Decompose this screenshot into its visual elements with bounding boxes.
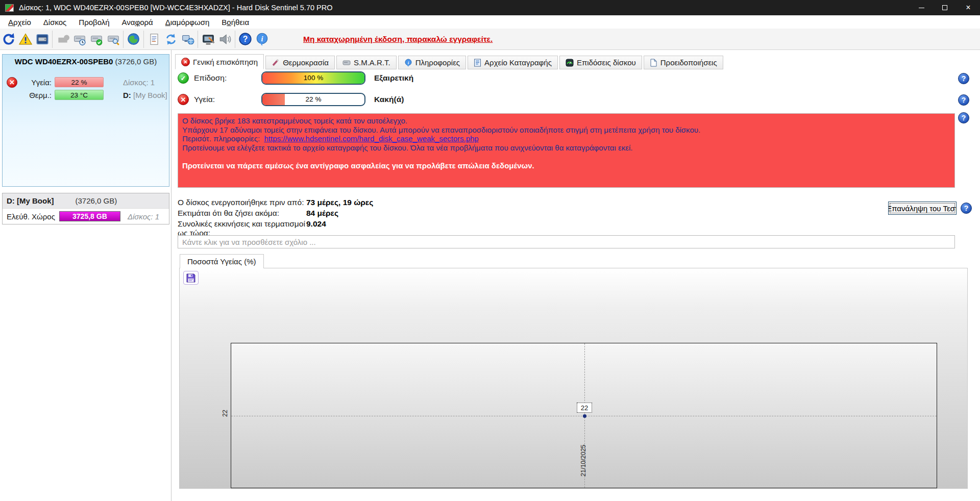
hard-disk-sentinel-window: Δίσκος: 1, WDC WD40EZRX-00SPEB0 [WD-WCC4… xyxy=(0,0,980,501)
tab-alerts[interactable]: Προειδοποιήσεις xyxy=(644,56,723,69)
disk-clock-icon[interactable] xyxy=(71,31,88,48)
error-icon: ✕ xyxy=(181,58,190,66)
disk-search-icon[interactable] xyxy=(105,31,121,48)
tab-temperature[interactable]: Θερμοκρασία xyxy=(265,56,335,69)
sound-icon[interactable] xyxy=(216,31,233,48)
comment-input[interactable] xyxy=(178,235,955,248)
health-label: Υγεία: xyxy=(194,95,261,104)
registration-notice-link[interactable]: Μη καταχωρημένη έκδοση, παρακαλώ εγγραφε… xyxy=(303,35,493,44)
performance-status: Εξαιρετική xyxy=(374,73,413,83)
help-icon[interactable]: ? xyxy=(958,112,969,123)
warning-backup-advice: Προτείνεται να πάρετε αμέσως ένα αντίγρα… xyxy=(182,161,950,170)
help-icon[interactable]: ? xyxy=(958,73,969,84)
disk-check-icon[interactable] xyxy=(88,31,105,48)
partition-disk-number: Δίσκος: 1 xyxy=(128,212,159,221)
svg-text:?: ? xyxy=(243,35,248,43)
ok-icon: ✓ xyxy=(178,72,189,84)
free-space-bar: 3725,8 GB xyxy=(59,211,120,221)
save-icon[interactable] xyxy=(183,271,199,285)
tab-overview[interactable]: ✕ Γενική επισκόπηση xyxy=(175,54,264,69)
menu-configuration[interactable]: Διαμόρφωση xyxy=(159,16,216,28)
alert-page-icon xyxy=(650,59,657,67)
retest-button[interactable]: Επανάληψη του Τεστ xyxy=(888,202,957,215)
toolbar-separator xyxy=(235,31,235,48)
disk-panel-header: WDC WD40EZRX-00SPEB0 (3726,0 GB) xyxy=(3,55,169,66)
app-logo-icon xyxy=(5,4,14,12)
detect-disabled-icon xyxy=(54,31,71,48)
main-area: ✕ Γενική επισκόπηση Θερμοκρασία S.M.A.R.… xyxy=(172,50,980,501)
menu-report[interactable]: Αναφορά xyxy=(116,16,159,28)
stat-lifetime-remaining: Εκτιμάται ότι θα ζήσει ακόμα: 84 μέρες xyxy=(178,209,338,218)
help-icon[interactable]: ? xyxy=(961,203,972,214)
tab-smart[interactable]: S.M.A.R.T. xyxy=(336,56,397,69)
stat-powered-on: Ο δίσκος ενεργοποιήθηκε πριν από: 73 μέρ… xyxy=(178,198,373,207)
free-space-label: Ελεύθ. Χώρος xyxy=(7,212,55,221)
help-icon[interactable]: ? xyxy=(237,31,254,48)
remote-monitor-icon[interactable] xyxy=(200,31,216,48)
chart-x-tick-label: 21/10/2025 xyxy=(580,441,587,477)
partition-name: D: [My Book] xyxy=(7,196,54,205)
sidebar-partition-panel[interactable]: D: [My Book] (3726,0 GB) Ελεύθ. Χώρος 37… xyxy=(2,193,169,224)
disk-display-icon[interactable] xyxy=(34,31,51,48)
tab-disk-performance[interactable]: Επιδόσεις δίσκου xyxy=(559,56,642,69)
world-disk-icon[interactable] xyxy=(125,31,142,48)
tab-bar: ✕ Γενική επισκόπηση Θερμοκρασία S.M.A.R.… xyxy=(175,54,725,69)
close-icon[interactable]: × xyxy=(957,0,980,15)
health-row: ✕ Υγεία: 22 % Κακή(ά) xyxy=(178,93,404,106)
window-title: Δίσκος: 1, WDC WD40EZRX-00SPEB0 [WD-WCC4… xyxy=(19,4,332,12)
toolbar-separator xyxy=(52,31,53,48)
weak-sectors-link[interactable]: https://www.hdsentinel.com/hard_disk_cas… xyxy=(264,134,478,143)
tab-log[interactable]: Αρχείο Καταγραφής xyxy=(468,56,558,69)
chart-tab-health-percent[interactable]: Ποσοστά Υγείας (%) xyxy=(180,254,264,268)
svg-text:i: i xyxy=(261,35,263,43)
info-icon: i xyxy=(404,59,412,67)
health-value: 22 % xyxy=(262,94,364,105)
tab-information[interactable]: i Πληροφορίες xyxy=(398,56,466,69)
sync-icon[interactable] xyxy=(162,31,179,48)
info-icon[interactable]: i xyxy=(254,31,271,48)
disk-name: WDC WD40EZRX-00SPEB0 xyxy=(15,57,113,66)
titlebar: Δίσκος: 1, WDC WD40EZRX-00SPEB0 [WD-WCC4… xyxy=(0,0,980,15)
toolbar: ? i Μη καταχωρημένη έκδοση, παρακαλώ εγγ… xyxy=(0,29,980,50)
minimize-icon[interactable] xyxy=(910,0,933,15)
disk-size: (3726,0 GB) xyxy=(115,57,157,66)
partition-size: (3726,0 GB) xyxy=(76,196,117,205)
health-bar: 22 % xyxy=(55,77,104,87)
performance-row: ✓ Επίδοση: 100 % Εξαιρετική xyxy=(178,71,413,85)
health-status: Κακή(ά) xyxy=(374,95,404,104)
thermometer-icon xyxy=(272,59,280,67)
network-icon[interactable] xyxy=(179,31,196,48)
partition-free-row: Ελεύθ. Χώρος 3725,8 GB Δίσκος: 1 xyxy=(3,209,169,224)
partition-header: D: [My Book] (3726,0 GB) xyxy=(3,193,169,209)
menu-disk[interactable]: Δίσκος xyxy=(37,16,73,28)
sidebar-disk-panel[interactable]: WDC WD40EZRX-00SPEB0 (3726,0 GB) ✕ Υγεία… xyxy=(2,54,169,187)
error-icon: ✕ xyxy=(178,94,189,105)
performance-meter: 100 % xyxy=(261,71,365,85)
chart-y-tick-label: 22 xyxy=(222,410,229,417)
warning-box: Ο δίσκος βρήκε 183 κατεστραμμένους τομεί… xyxy=(178,113,955,188)
health-chart-panel: 22 22 21/10/2025 xyxy=(179,268,968,489)
warning-icon[interactable] xyxy=(17,31,34,48)
health-meter: 22 % xyxy=(261,93,365,106)
gauge-icon xyxy=(566,59,574,67)
warning-line-1: Ο δίσκος βρήκε 183 κατεστραμμένους τομεί… xyxy=(182,116,950,126)
drive-letter-label: D: [My Book] xyxy=(123,91,167,99)
help-icon[interactable]: ? xyxy=(958,94,969,106)
chart-data-point[interactable] xyxy=(583,414,586,418)
menu-help[interactable]: Βοήθεια xyxy=(215,16,255,28)
temperature-label: Θερμ.: xyxy=(3,91,52,99)
menubar: Αρχείο Δίσκος Προβολή Αναφορά Διαμόρφωση… xyxy=(0,15,980,29)
report-icon[interactable] xyxy=(145,31,162,48)
warning-line-4: Προτείνουμε να ελέγξετε τακτικά το αρχεί… xyxy=(182,143,950,153)
health-label: Υγεία: xyxy=(3,78,52,87)
sidebar: WDC WD40EZRX-00SPEB0 (3726,0 GB) ✕ Υγεία… xyxy=(0,50,172,501)
window-controls: × xyxy=(910,0,980,15)
warning-line-2: Υπάρχουν 17 αδύναμοι τομείς στην επιφάνε… xyxy=(182,126,950,135)
maximize-icon[interactable] xyxy=(933,0,957,15)
disk-icon xyxy=(342,59,351,67)
refresh-icon[interactable] xyxy=(0,31,17,48)
menu-view[interactable]: Προβολή xyxy=(72,16,115,28)
toolbar-separator xyxy=(198,31,198,48)
chart-point-value-label: 22 xyxy=(577,403,592,413)
menu-file[interactable]: Αρχείο xyxy=(2,16,37,28)
